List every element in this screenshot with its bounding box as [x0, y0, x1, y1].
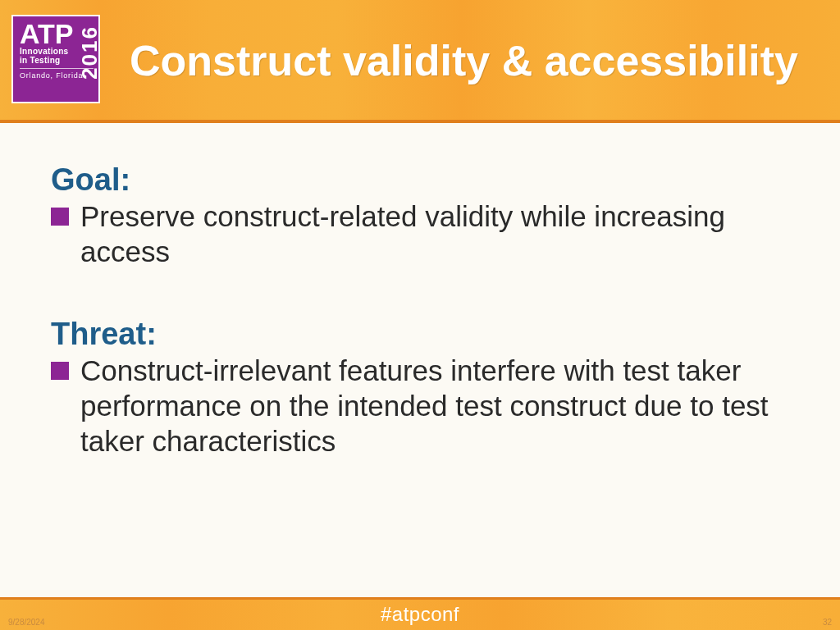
- footer-hashtag: #atpconf: [0, 603, 840, 626]
- footer-date: 9/28/2024: [8, 618, 45, 627]
- content-area: Goal: Preserve construct-related validit…: [51, 162, 794, 483]
- atp-logo: ATP Innovations in Testing Orlando, Flor…: [11, 15, 100, 103]
- footer-page-number: 32: [823, 618, 832, 627]
- slide-title: Construct validity & accessibility: [130, 36, 824, 85]
- bullet-text: Preserve construct-related validity whil…: [80, 199, 794, 269]
- footer-banner: #atpconf 9/28/2024 32: [0, 597, 840, 630]
- bullet-row: Preserve construct-related validity whil…: [51, 199, 794, 269]
- bullet-text: Construct-irrelevant features interfere …: [80, 354, 794, 459]
- spacer: [51, 294, 794, 317]
- logo-year: 2016: [77, 23, 95, 82]
- slide: ATP Innovations in Testing Orlando, Flor…: [0, 0, 840, 630]
- section-label-goal: Goal:: [51, 162, 794, 198]
- section-label-threat: Threat:: [51, 317, 794, 352]
- bullet-square-icon: [51, 362, 69, 380]
- header-banner: ATP Innovations in Testing Orlando, Flor…: [0, 0, 840, 123]
- bullet-row: Construct-irrelevant features interfere …: [51, 354, 794, 459]
- bullet-square-icon: [51, 208, 69, 226]
